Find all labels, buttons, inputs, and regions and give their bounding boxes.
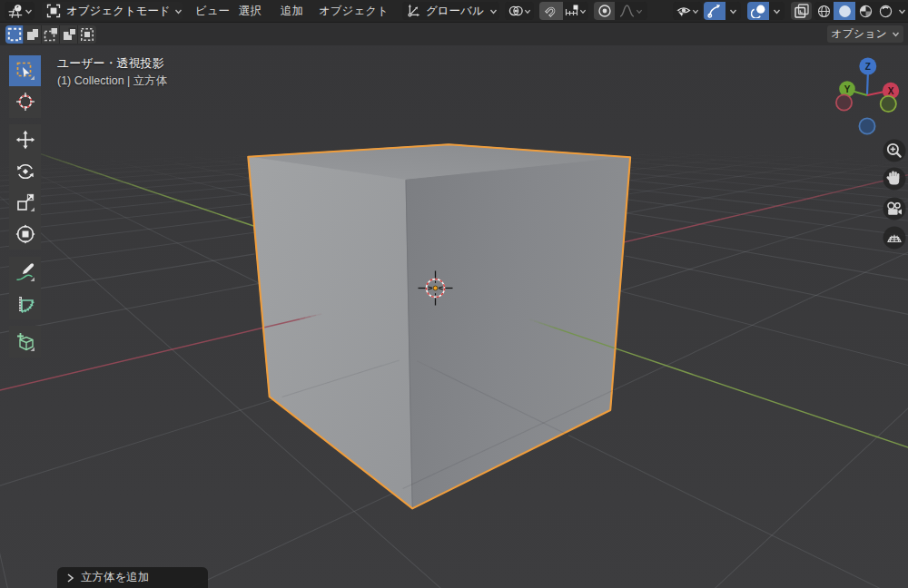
svg-text:Y: Y [844, 84, 851, 94]
svg-text:X: X [888, 86, 894, 96]
svg-text:Z: Z [865, 62, 871, 72]
